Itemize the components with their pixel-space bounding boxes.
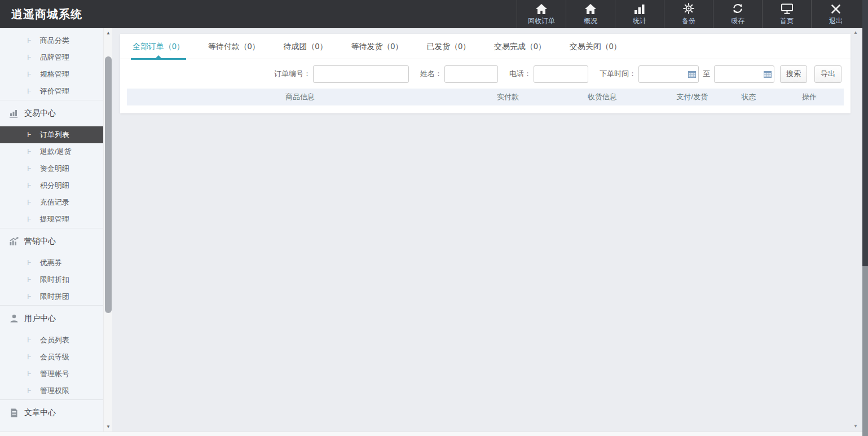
sidebar-item-points-detail[interactable]: Ͱ 积分明细 xyxy=(0,177,103,194)
column-status: 状态 xyxy=(722,92,775,102)
branch-icon: Ͱ xyxy=(27,131,32,139)
sidebar-item-label: 提现管理 xyxy=(40,214,69,224)
tab-completed[interactable]: 交易完成（0） xyxy=(494,34,546,59)
sidebar-item-member-level[interactable]: Ͱ 会员等级 xyxy=(0,349,103,365)
sidebar-item-admin-permissions[interactable]: Ͱ 管理权限 xyxy=(0,382,103,399)
tab-closed[interactable]: 交易关闭（0） xyxy=(570,34,622,59)
order-time-to-field xyxy=(714,65,774,83)
branch-icon: Ͱ xyxy=(27,182,32,190)
topbar-action-backup[interactable]: 备份 xyxy=(664,0,713,28)
branch-icon: Ͱ xyxy=(27,215,32,223)
app-title: 逍遥商城系统 xyxy=(11,7,82,22)
sidebar-item-label: 限时折扣 xyxy=(40,275,69,285)
name-input[interactable] xyxy=(444,65,498,83)
sidebar-item-brand-management[interactable]: Ͱ 品牌管理 xyxy=(0,49,103,66)
orders-panel: 全部订单（0） 等待付款（0） 待成团（0） 等待发货（0） 已发货（0） 交易… xyxy=(120,34,851,113)
sidebar-item-label: 管理帐号 xyxy=(40,369,69,379)
sidebar-item-coupons[interactable]: Ͱ 优惠券 xyxy=(0,254,103,271)
window-scrollbar-thumb[interactable] xyxy=(862,0,868,266)
topbar-action-statistics[interactable]: 统计 xyxy=(615,0,664,28)
tab-awaiting-shipment[interactable]: 等待发货（0） xyxy=(351,34,403,59)
branch-icon: Ͱ xyxy=(27,54,32,61)
sidebar-divider xyxy=(0,100,103,100)
gear-icon xyxy=(682,2,695,15)
sidebar-group-label: 用户中心 xyxy=(24,314,56,324)
topbar-action-overview[interactable]: 概况 xyxy=(566,0,615,28)
sidebar-item-funds-detail[interactable]: Ͱ 资金明细 xyxy=(0,160,103,177)
orders-table-header: 商品信息 实付款 收货信息 支付/发货 状态 操作 xyxy=(127,89,844,105)
topbar-action-cache[interactable]: 缓存 xyxy=(713,0,762,28)
topbar-action-label: 退出 xyxy=(829,16,843,26)
sidebar-item-spec-management[interactable]: Ͱ 规格管理 xyxy=(0,66,103,83)
branch-icon: Ͱ xyxy=(27,165,32,173)
export-button[interactable]: 导出 xyxy=(814,65,841,83)
sidebar-item-withdrawal-management[interactable]: Ͱ 提现管理 xyxy=(0,211,103,228)
column-paid-amount: 实付款 xyxy=(473,92,543,102)
branch-icon: Ͱ xyxy=(27,293,32,301)
topbar-action-logout[interactable]: 退出 xyxy=(811,0,860,28)
order-filter-bar: 订单编号： 姓名： 电话： 下单时间： 至 搜索 导出 xyxy=(120,59,851,89)
tab-all-orders[interactable]: 全部订单（0） xyxy=(133,34,184,59)
sidebar-scrollbar[interactable]: ▲ ▼ xyxy=(103,28,112,431)
sidebar-item-product-category[interactable]: Ͱ 商品分类 xyxy=(0,32,103,49)
sidebar: Ͱ 商品分类 Ͱ 品牌管理 Ͱ 规格管理 Ͱ 评价管理 交易中心 Ͱ 订单列表 … xyxy=(0,28,103,431)
topbar-actions: 回收订单 概况 统计 备份 缓存 xyxy=(517,0,860,28)
calendar-icon[interactable] xyxy=(688,71,696,78)
sidebar-item-limited-groupbuy[interactable]: Ͱ 限时拼团 xyxy=(0,288,103,305)
scroll-up-icon[interactable]: ▲ xyxy=(851,30,860,35)
topbar-action-label: 统计 xyxy=(633,16,646,26)
calendar-icon[interactable] xyxy=(764,71,772,78)
column-actions: 操作 xyxy=(775,92,844,102)
branch-icon: Ͱ xyxy=(27,353,32,361)
sidebar-group-label: 交易中心 xyxy=(24,108,56,118)
sidebar-group-article-center[interactable]: 文章中心 xyxy=(0,404,103,421)
horizontal-scrollbar[interactable] xyxy=(0,431,862,436)
topbar-action-label: 概况 xyxy=(584,16,597,26)
sidebar-group-user-center[interactable]: 用户中心 xyxy=(0,310,103,327)
window-scrollbar[interactable] xyxy=(862,0,868,436)
search-button[interactable]: 搜索 xyxy=(780,65,807,83)
phone-label: 电话： xyxy=(509,69,531,79)
sidebar-item-label: 积分明细 xyxy=(40,180,69,191)
scroll-down-icon[interactable]: ▼ xyxy=(851,424,860,429)
branch-icon: Ͱ xyxy=(27,199,32,206)
sidebar-item-label: 管理权限 xyxy=(40,386,69,396)
name-label: 姓名： xyxy=(420,69,442,79)
tab-awaiting-payment[interactable]: 等待付款（0） xyxy=(208,34,260,59)
order-time-label: 下单时间： xyxy=(600,69,636,79)
topbar-action-recycle-orders[interactable]: 回收订单 xyxy=(517,0,566,28)
phone-input[interactable] xyxy=(534,65,588,83)
sidebar-item-member-list[interactable]: Ͱ 会员列表 xyxy=(0,332,103,349)
sidebar-item-review-management[interactable]: Ͱ 评价管理 xyxy=(0,83,103,100)
order-status-tabs: 全部订单（0） 等待付款（0） 待成团（0） 等待发货（0） 已发货（0） 交易… xyxy=(120,34,851,59)
tab-shipped[interactable]: 已发货（0） xyxy=(426,34,470,59)
scroll-down-icon[interactable]: ▼ xyxy=(104,424,113,429)
sidebar-group-label: 营销中心 xyxy=(24,236,56,246)
sidebar-item-refund-return[interactable]: Ͱ 退款/退货 xyxy=(0,143,103,160)
sidebar-group-trade-center[interactable]: 交易中心 xyxy=(0,105,103,122)
topbar: 逍遥商城系统 回收订单 概况 统计 备份 xyxy=(0,0,868,28)
sidebar-item-admin-accounts[interactable]: Ͱ 管理帐号 xyxy=(0,365,103,382)
tab-awaiting-group[interactable]: 待成团（0） xyxy=(284,34,328,59)
column-product-info: 商品信息 xyxy=(127,92,473,102)
column-pay-ship: 支付/发货 xyxy=(662,92,722,102)
document-icon xyxy=(9,408,19,418)
branch-icon: Ͱ xyxy=(27,336,32,344)
branch-icon: Ͱ xyxy=(27,37,32,45)
sidebar-divider xyxy=(0,228,103,228)
date-range-to-label: 至 xyxy=(703,69,710,79)
order-no-label: 订单编号： xyxy=(274,69,311,79)
topbar-action-frontend-home[interactable]: 首页 xyxy=(762,0,811,28)
branch-icon: Ͱ xyxy=(27,71,32,78)
order-no-input[interactable] xyxy=(313,65,409,83)
sidebar-group-label: 文章中心 xyxy=(24,408,56,418)
sidebar-item-limited-discount[interactable]: Ͱ 限时折扣 xyxy=(0,271,103,288)
sidebar-group-marketing-center[interactable]: 营销中心 xyxy=(0,233,103,250)
scroll-up-icon[interactable]: ▲ xyxy=(104,30,113,36)
topbar-action-label: 首页 xyxy=(780,16,794,26)
sidebar-scrollbar-thumb[interactable] xyxy=(105,56,112,313)
sidebar-item-recharge-records[interactable]: Ͱ 充值记录 xyxy=(0,194,103,211)
sidebar-item-label: 退款/退货 xyxy=(40,147,72,157)
chart-bars-icon xyxy=(9,108,19,118)
sidebar-item-order-list[interactable]: Ͱ 订单列表 xyxy=(0,126,103,143)
